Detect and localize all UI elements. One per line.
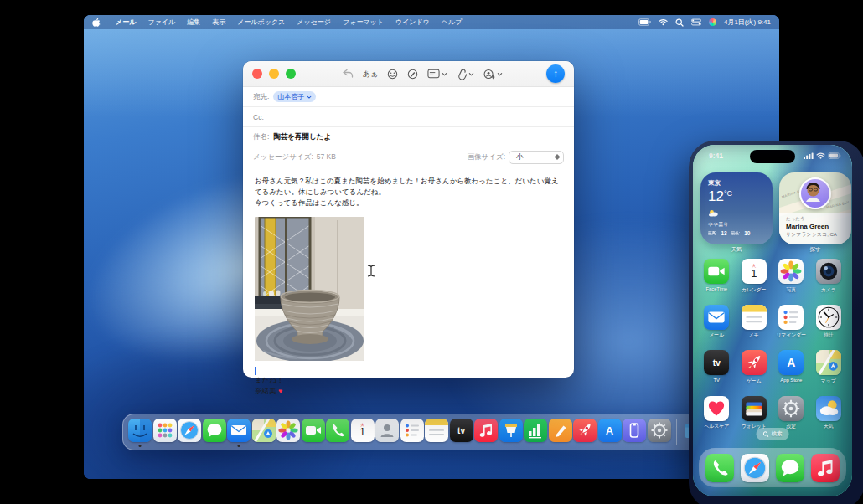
- zoom-window-button[interactable]: [286, 69, 296, 79]
- dock-pages[interactable]: [549, 417, 572, 447]
- iphone-app-calendar[interactable]: 火 1 カレンダー: [736, 259, 773, 294]
- apple-menu-icon[interactable]: [92, 18, 101, 27]
- control-center-icon[interactable]: [691, 18, 701, 26]
- findmy-widget-caption: 探す: [779, 246, 851, 254]
- iphone-app-notes[interactable]: メモ: [736, 305, 773, 340]
- music-icon[interactable]: [811, 454, 840, 482]
- dock-messages[interactable]: [203, 417, 226, 447]
- pages-icon: [549, 419, 572, 442]
- message-body[interactable]: お母さん元気？私はこの夏また陶芸を始めました！お母さんから教わったこと、だいたい…: [243, 167, 574, 405]
- attach-file-button[interactable]: [457, 69, 474, 80]
- iphone-app-photos[interactable]: 写真: [773, 259, 810, 294]
- format-text-button[interactable]: あぁ: [363, 69, 378, 80]
- games-icon: [573, 419, 597, 442]
- dock-maps[interactable]: [252, 417, 276, 447]
- image-size-select[interactable]: 小: [509, 151, 564, 164]
- heart-emoji: ♥: [278, 387, 282, 395]
- siri-icon[interactable]: [709, 18, 716, 26]
- menu-file[interactable]: ファイル: [142, 18, 181, 27]
- dock-reminders[interactable]: [400, 417, 424, 447]
- menu-bar-clock[interactable]: 4月1日(火) 9:41: [724, 18, 771, 27]
- safari-icon: [178, 419, 201, 442]
- find-my-widget[interactable]: MARINA GREEN DR MARINA BLV たった今 Marina G…: [779, 172, 851, 244]
- messages-icon[interactable]: [776, 454, 804, 482]
- weather-widget-caption: 天気: [700, 246, 773, 254]
- dock-photos[interactable]: [276, 417, 300, 447]
- dock-keynote[interactable]: [499, 417, 523, 447]
- menu-view[interactable]: 表示: [206, 18, 231, 27]
- iphone-app-weather[interactable]: 天気: [810, 396, 848, 431]
- to-field[interactable]: 宛先: 山本杏子: [243, 87, 574, 107]
- dock-system-settings[interactable]: [648, 417, 671, 447]
- menu-message[interactable]: メッセージ: [291, 18, 337, 27]
- iphone-app-mail[interactable]: メール: [698, 305, 736, 340]
- iphone-app-clock[interactable]: 時計: [810, 305, 848, 340]
- dock-calendar[interactable]: 火 1: [351, 417, 375, 447]
- finder-icon: [128, 419, 152, 442]
- iphone-app-facetime[interactable]: FaceTime: [698, 259, 736, 294]
- dock-games[interactable]: [573, 417, 597, 447]
- spotlight-search-icon[interactable]: [675, 18, 684, 27]
- insert-contact-button[interactable]: [483, 69, 503, 80]
- iphone-app-wallet[interactable]: ウォレット: [736, 396, 773, 431]
- iphone-app-camera[interactable]: カメラ: [810, 259, 848, 294]
- notes-icon: [742, 305, 767, 330]
- dock-iphone-mirroring[interactable]: [623, 417, 646, 447]
- send-button[interactable]: ↑: [546, 64, 565, 83]
- weather-widget[interactable]: 東京 12°C やや曇り 最高: 13 最低: 10: [700, 172, 773, 244]
- dock-phone[interactable]: [326, 417, 349, 447]
- dock-contacts[interactable]: [375, 417, 399, 447]
- dock-finder[interactable]: [128, 417, 152, 447]
- text-insertion-caret: [255, 367, 256, 375]
- iphone-app-reminders[interactable]: リマインダー: [773, 305, 810, 340]
- dock-music[interactable]: [474, 417, 498, 447]
- dock-launchpad[interactable]: [153, 417, 177, 447]
- mail-titlebar[interactable]: あぁ ↑: [243, 61, 574, 87]
- menu-mailbox[interactable]: メールボックス: [231, 18, 291, 27]
- image-size-value: 小: [516, 152, 524, 162]
- weather-temp: 12: [708, 188, 724, 204]
- iphone-app-maps[interactable]: マップ: [810, 350, 848, 385]
- iphone-app-tv[interactable]: tv TV: [698, 350, 736, 385]
- dock-safari[interactable]: [178, 417, 201, 447]
- dock-facetime[interactable]: [302, 417, 325, 447]
- home-search-pill[interactable]: 検索: [757, 428, 789, 440]
- iphone-app-settings[interactable]: 設定: [773, 396, 810, 431]
- wifi-icon[interactable]: [659, 18, 668, 26]
- recipient-pill[interactable]: 山本杏子: [273, 91, 316, 102]
- menu-help[interactable]: ヘルプ: [436, 18, 468, 27]
- cc-field[interactable]: Cc:: [243, 107, 574, 127]
- cellular-signal-icon: [804, 152, 814, 159]
- battery-icon[interactable]: [638, 18, 651, 26]
- app-label: カメラ: [821, 286, 836, 294]
- dock-mail[interactable]: [227, 417, 251, 447]
- facetime-icon: [302, 419, 325, 442]
- markup-icon[interactable]: [407, 69, 418, 80]
- close-window-button[interactable]: [252, 69, 262, 79]
- menu-format[interactable]: フォーマット: [337, 18, 390, 27]
- iphone-app-games[interactable]: ゲーム: [736, 350, 773, 385]
- menu-mail[interactable]: メール: [110, 18, 142, 27]
- pottery-photo-attachment[interactable]: [255, 217, 364, 361]
- iphone-app-health[interactable]: ヘルスケア: [698, 396, 736, 431]
- app-label: ゲーム: [747, 378, 762, 385]
- weather-unit: °C: [724, 189, 732, 198]
- header-fields-button[interactable]: [427, 69, 447, 79]
- body-signature: 奈緒美 ♥: [255, 386, 562, 397]
- dock-app-store[interactable]: A: [598, 417, 622, 447]
- dock-numbers[interactable]: [524, 417, 547, 447]
- iphone-app-app-store[interactable]: A App Store: [773, 350, 810, 385]
- menu-edit[interactable]: 編集: [181, 18, 206, 27]
- minimize-window-button[interactable]: [269, 69, 279, 79]
- menu-window[interactable]: ウインドウ: [390, 18, 436, 27]
- safari-icon[interactable]: [741, 454, 769, 482]
- undo-icon[interactable]: [342, 69, 354, 79]
- phone-icon[interactable]: [705, 454, 734, 482]
- image-size-label: 画像サイズ:: [468, 152, 505, 162]
- health-icon: [704, 396, 729, 421]
- subject-field[interactable]: 件名: 陶芸を再開したよ: [243, 127, 574, 147]
- dock-notes[interactable]: [425, 417, 448, 447]
- emoji-picker-icon[interactable]: [387, 69, 398, 80]
- dock-tv[interactable]: tv: [450, 417, 473, 447]
- app-label: メモ: [749, 332, 759, 339]
